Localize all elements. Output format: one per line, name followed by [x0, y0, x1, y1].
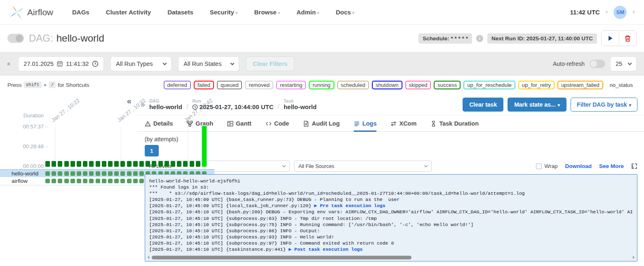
- duration-bar[interactable]: [45, 161, 50, 167]
- task-instance-square[interactable]: [114, 171, 119, 176]
- mark-state-button[interactable]: Mark state as...▾: [508, 98, 566, 112]
- duration-bar[interactable]: [102, 161, 106, 167]
- tab-code[interactable]: Code: [266, 120, 289, 132]
- duration-bar[interactable]: [77, 161, 81, 167]
- duration-bar[interactable]: [165, 161, 169, 167]
- duration-bar[interactable]: [152, 161, 156, 167]
- checkbox-icon[interactable]: [536, 163, 542, 169]
- task-instance-square[interactable]: [77, 171, 81, 176]
- duration-bar[interactable]: [52, 161, 56, 167]
- task-instance-square[interactable]: [139, 179, 144, 183]
- nav-item-datasets[interactable]: Datasets: [167, 9, 193, 16]
- state-badge-up-for-reschedule[interactable]: up_for_reschedule: [463, 81, 515, 89]
- tab-task-duration[interactable]: Task Duration: [430, 120, 479, 132]
- utc-clock[interactable]: 11:42 UTC: [570, 9, 600, 16]
- duration-bar[interactable]: [190, 161, 194, 167]
- nav-item-browse[interactable]: Browse▾: [254, 9, 280, 16]
- task-instance-square[interactable]: [64, 171, 69, 176]
- duration-bar[interactable]: [108, 161, 113, 167]
- task-instance-square[interactable]: [52, 171, 56, 176]
- task-instance-square[interactable]: [102, 179, 106, 183]
- duration-bar[interactable]: [114, 161, 119, 167]
- task-instance-square[interactable]: [89, 179, 94, 183]
- task-instance-square[interactable]: [58, 171, 62, 176]
- task-instance-square[interactable]: [96, 179, 100, 183]
- nav-item-admin[interactable]: Admin▾: [296, 9, 319, 16]
- duration-bar[interactable]: [158, 161, 163, 167]
- task-instance-square[interactable]: [96, 171, 100, 176]
- state-badge-scheduled[interactable]: scheduled: [337, 81, 369, 89]
- duration-bar[interactable]: [120, 161, 125, 167]
- duration-bar[interactable]: [196, 161, 200, 167]
- trigger-dag-button[interactable]: [602, 31, 619, 46]
- scrollbar-thumb[interactable]: [152, 256, 411, 259]
- task-instance-square[interactable]: [58, 179, 62, 183]
- duration-bar[interactable]: [127, 161, 132, 167]
- duration-bar[interactable]: [58, 161, 62, 167]
- task-instance-square[interactable]: [45, 171, 50, 176]
- task-instance-square[interactable]: [83, 171, 87, 176]
- nav-item-cluster-activity[interactable]: Cluster Activity: [106, 9, 151, 16]
- duration-bar[interactable]: [83, 161, 87, 167]
- state-badge-shutdown[interactable]: shutdown: [372, 81, 402, 89]
- duration-bar[interactable]: [202, 126, 207, 167]
- run-states-select[interactable]: All Run States: [178, 56, 239, 71]
- task-instance-square[interactable]: [71, 179, 75, 183]
- duration-bar[interactable]: [96, 161, 100, 167]
- duration-bar[interactable]: [139, 161, 144, 167]
- airflow-brand[interactable]: Airflow: [9, 5, 53, 20]
- scroll-left-icon[interactable]: [146, 256, 149, 259]
- clear-filters-button[interactable]: Clear Filters: [246, 56, 294, 71]
- duration-bar[interactable]: [177, 161, 181, 167]
- state-badge-removed[interactable]: removed: [245, 81, 273, 89]
- state-badge-success[interactable]: success: [434, 81, 461, 89]
- tab-xcom[interactable]: XCom: [390, 120, 416, 132]
- task-instance-square[interactable]: [52, 179, 56, 183]
- task-instance-square[interactable]: [64, 179, 69, 183]
- task-instance-square[interactable]: [108, 171, 113, 176]
- scroll-right-icon[interactable]: [633, 256, 636, 259]
- breadcrumb-task[interactable]: Task hello-world: [284, 98, 317, 111]
- collapse-grid-icon[interactable]: «: [127, 96, 132, 106]
- see-more-link[interactable]: See More: [599, 163, 624, 169]
- log-output[interactable]: hello-world-hello-world-ejsf6fhi*** Foun…: [145, 174, 637, 261]
- task-instance-square[interactable]: [120, 179, 125, 183]
- wrap-checkbox[interactable]: Wrap: [536, 163, 557, 169]
- tab-graph[interactable]: Graph: [187, 120, 213, 132]
- task-instance-square[interactable]: [133, 171, 138, 176]
- delete-dag-button[interactable]: [619, 31, 636, 46]
- task-instance-square[interactable]: [139, 171, 144, 176]
- duration-bar[interactable]: [183, 161, 188, 167]
- clear-task-button[interactable]: Clear task: [463, 98, 503, 112]
- state-badge-no-status[interactable]: no_status: [606, 81, 637, 89]
- task-instance-square[interactable]: [127, 171, 132, 176]
- task-instance-square[interactable]: [89, 171, 94, 176]
- task-instance-square[interactable]: [114, 179, 119, 183]
- task-instance-square[interactable]: [83, 179, 87, 183]
- task-instance-square[interactable]: [108, 179, 113, 183]
- duration-bar[interactable]: [89, 161, 94, 167]
- duration-bar[interactable]: [71, 161, 75, 167]
- state-badge-running[interactable]: running: [309, 81, 334, 89]
- attempt-1-button[interactable]: 1: [145, 145, 159, 156]
- nav-item-security[interactable]: Security▾: [210, 9, 238, 16]
- task-instance-square[interactable]: [77, 179, 81, 183]
- download-link[interactable]: Download: [565, 163, 592, 169]
- duration-bar[interactable]: [146, 161, 150, 167]
- task-instance-square[interactable]: [133, 179, 138, 183]
- state-badge-deferred[interactable]: deferred: [164, 81, 191, 89]
- auto-refresh-toggle[interactable]: [590, 60, 605, 68]
- task-name-label[interactable]: airflow: [12, 177, 28, 185]
- tab-logs[interactable]: Logs: [354, 120, 377, 132]
- avatar[interactable]: SM: [613, 6, 627, 19]
- task-instance-square[interactable]: [71, 171, 75, 176]
- task-instance-square[interactable]: [127, 179, 132, 183]
- filter-dag-by-task-button[interactable]: Filter DAG by task▾: [571, 98, 637, 112]
- nav-item-docs[interactable]: Docs▾: [336, 9, 354, 16]
- state-badge-up-for-retry[interactable]: up_for_retry: [518, 81, 555, 89]
- state-badge-upstream-failed[interactable]: upstream_failed: [557, 81, 603, 89]
- fullscreen-icon[interactable]: [631, 163, 637, 169]
- base-date-input[interactable]: 27.01.2025 11:41:32: [18, 56, 104, 71]
- duration-bar[interactable]: [64, 161, 69, 167]
- log-group-toggle-link[interactable]: ▶ Post task execution logs: [289, 247, 362, 252]
